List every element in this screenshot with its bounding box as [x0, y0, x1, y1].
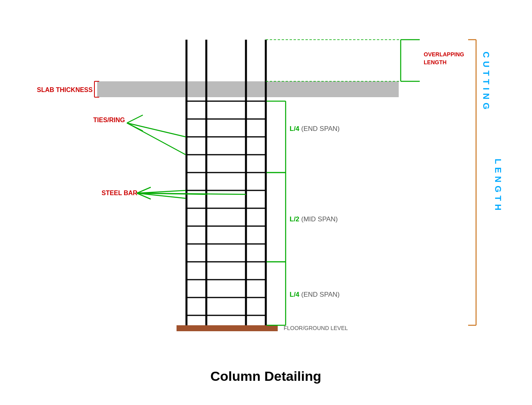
slab-rect — [97, 81, 399, 97]
svg-line-23 — [127, 115, 143, 123]
svg-line-25 — [137, 190, 186, 193]
slab-thickness-label: SLAB THICKNESS — [37, 86, 93, 93]
floor-ground-label: FLOOR/GROUND LEVEL — [284, 325, 348, 331]
svg-line-24 — [127, 123, 143, 131]
overlapping-length-label: OVERLAPPING — [424, 51, 464, 58]
overlapping-length-label2: LENGTH — [424, 59, 447, 65]
cutting-length-label2: LENGTH — [493, 159, 503, 213]
svg-line-28 — [137, 193, 246, 194]
steel-bar-label: STEEL BAR — [102, 190, 138, 196]
l4-top-label: L/4 (END SPAN) — [290, 125, 340, 132]
l4-bottom-label: L/4 (END SPAN) — [290, 291, 340, 298]
svg-rect-20 — [177, 325, 278, 331]
ties-ring-label: TIES/RING — [93, 117, 125, 123]
cutting-length-label: CUTTING — [481, 52, 491, 113]
column-diagram: SLAB THICKNESS FLOOR/GROUND LEVEL — [0, 0, 532, 405]
l2-mid-label: L/2 (MID SPAN) — [290, 215, 338, 223]
svg-line-21 — [127, 123, 186, 137]
diagram-title: Column Detailing — [210, 369, 321, 384]
page-container: SLAB THICKNESS FLOOR/GROUND LEVEL — [0, 0, 532, 405]
